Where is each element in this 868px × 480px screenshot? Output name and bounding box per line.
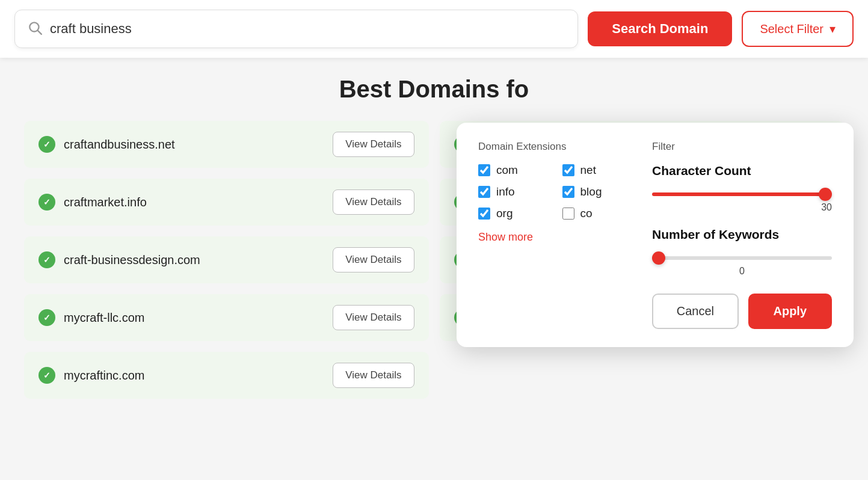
select-filter-label: Select Filter <box>760 22 823 36</box>
extension-checkbox-info[interactable] <box>478 186 490 198</box>
character-count-slider[interactable] <box>652 192 832 196</box>
keywords-title: Number of Keywords <box>652 227 832 242</box>
extension-checkbox-co[interactable] <box>562 208 574 220</box>
extension-label: info <box>496 185 515 198</box>
extension-item[interactable]: org <box>478 207 544 220</box>
keywords-slider-container: 0 <box>652 251 832 277</box>
filter-panel: Domain Extensions com net info blog org … <box>457 123 854 347</box>
apply-button[interactable]: Apply <box>748 294 832 329</box>
view-details-button[interactable]: View Details <box>333 132 414 157</box>
svg-line-1 <box>38 31 42 34</box>
domain-item: craft-businessdesign.com View Details <box>24 236 429 283</box>
search-bar: Search Domain Select Filter ▾ <box>0 0 868 58</box>
chevron-down-icon: ▾ <box>830 22 836 36</box>
select-filter-button[interactable]: Select Filter ▾ <box>742 11 854 47</box>
keywords-slider[interactable] <box>652 256 832 260</box>
domain-item: craftmarket.info View Details <box>24 179 429 226</box>
view-details-button[interactable]: View Details <box>333 363 414 388</box>
extension-label: net <box>580 164 596 177</box>
extension-checkbox-com[interactable] <box>478 164 490 176</box>
domain-name: craftandbusiness.net <box>64 138 175 152</box>
extensions-section: Domain Extensions com net info blog org … <box>478 141 628 329</box>
keywords-section: Number of Keywords 0 <box>652 227 832 277</box>
domain-item: mycraft-llc.com View Details <box>24 294 429 341</box>
domain-left: craftmarket.info <box>38 194 147 211</box>
keywords-value: 0 <box>652 266 832 277</box>
extension-label: blog <box>580 185 602 198</box>
character-count-value: 30 <box>652 202 832 213</box>
domain-name: mycraft-llc.com <box>64 311 144 325</box>
search-domain-button[interactable]: Search Domain <box>588 11 732 46</box>
main-content: Best Domains fo craftandbusiness.net Vie… <box>0 58 868 417</box>
extension-item[interactable]: blog <box>562 185 629 198</box>
filter-title: Filter <box>652 141 832 153</box>
extension-checkbox-blog[interactable] <box>562 186 574 198</box>
domain-item: craftandbusiness.net View Details <box>24 121 429 168</box>
search-input-wrapper <box>14 10 578 48</box>
extensions-title: Domain Extensions <box>478 141 628 153</box>
search-icon <box>27 20 43 38</box>
extension-item[interactable]: info <box>478 185 544 198</box>
domain-left: craft-businessdesign.com <box>38 251 200 268</box>
view-details-button[interactable]: View Details <box>333 247 414 272</box>
extension-label: org <box>496 207 512 220</box>
domain-item: mycraftinc.com View Details <box>24 352 429 399</box>
domain-name: mycraftinc.com <box>64 369 144 383</box>
extension-label: co <box>580 207 593 220</box>
character-count-title: Character Count <box>652 164 832 178</box>
view-details-button[interactable]: View Details <box>333 189 414 215</box>
character-count-slider-container: 30 <box>652 188 832 213</box>
page-title: Best Domains fo <box>24 76 844 103</box>
extensions-grid: com net info blog org co <box>478 164 628 220</box>
extension-label: com <box>496 164 518 177</box>
filter-buttons: Cancel Apply <box>652 294 832 329</box>
extension-item[interactable]: net <box>562 164 629 177</box>
show-more-link[interactable]: Show more <box>478 231 533 244</box>
domain-left: craftandbusiness.net <box>38 136 175 153</box>
extension-item[interactable]: com <box>478 164 544 177</box>
cancel-button[interactable]: Cancel <box>652 294 738 329</box>
available-icon <box>38 194 55 211</box>
domain-name: craft-businessdesign.com <box>64 253 200 267</box>
extension-item[interactable]: co <box>562 207 629 220</box>
domain-left: mycraft-llc.com <box>38 309 144 326</box>
available-icon <box>38 367 55 384</box>
available-icon <box>38 136 55 153</box>
extension-checkbox-net[interactable] <box>562 164 574 176</box>
domain-left: mycraftinc.com <box>38 367 144 384</box>
available-icon <box>38 251 55 268</box>
search-input[interactable] <box>50 21 565 37</box>
domain-name: craftmarket.info <box>64 195 147 209</box>
available-icon <box>38 309 55 326</box>
view-details-button[interactable]: View Details <box>333 305 414 330</box>
extension-checkbox-org[interactable] <box>478 208 490 220</box>
filter-section: Filter Character Count 30 Number of Keyw… <box>652 141 832 329</box>
